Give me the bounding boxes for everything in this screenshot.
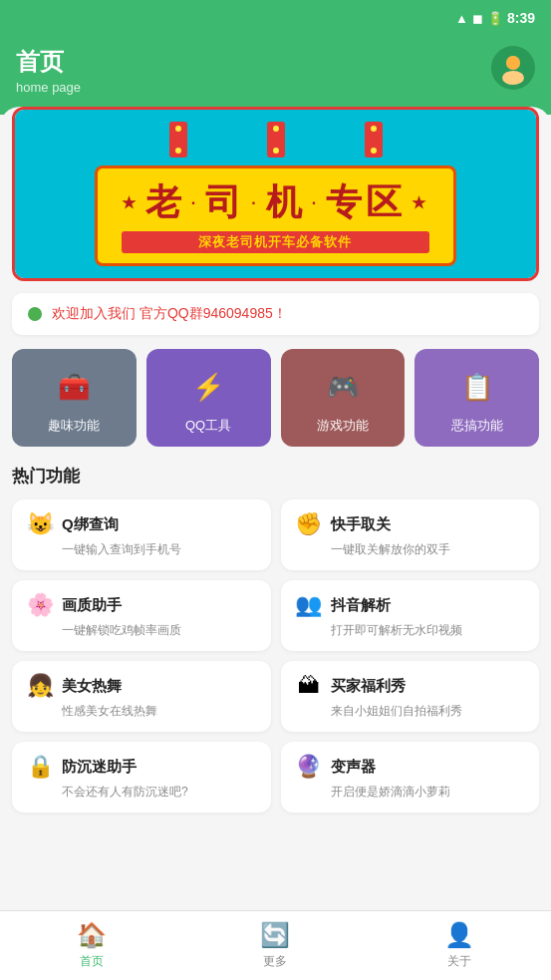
nav-icon-1: 🔄 xyxy=(260,921,290,949)
hot-card-icon-1: ✊ xyxy=(295,511,323,537)
hot-card-header-0: 😺 Q绑查询 xyxy=(26,511,257,537)
banner-light-3 xyxy=(365,122,383,158)
hot-card-desc-6: 不会还有人有防沉迷吧? xyxy=(62,784,257,801)
avatar[interactable] xyxy=(491,46,535,90)
hot-card-header-4: 👧 美女热舞 xyxy=(26,673,257,699)
hot-card-title-0: Q绑查询 xyxy=(62,515,119,534)
nav-icon-0: 🏠 xyxy=(77,921,107,949)
hot-card-1[interactable]: ✊ 快手取关 一键取关解放你的双手 xyxy=(281,499,540,570)
wifi-icon: ▲ xyxy=(455,11,468,26)
star-deco-3: · xyxy=(251,194,259,212)
page-title: 首页 xyxy=(16,46,81,78)
func-card-label-3: 恶搞功能 xyxy=(451,417,503,435)
func-card-label-1: QQ工具 xyxy=(185,417,231,435)
hot-card-6[interactable]: 🔒 防沉迷助手 不会还有人有防沉迷吧? xyxy=(12,742,271,813)
status-icons: ▲ ◼ 🔋 8:39 xyxy=(455,10,535,26)
hot-card-header-7: 🔮 变声器 xyxy=(295,754,526,780)
status-bar: ▲ ◼ 🔋 8:39 xyxy=(0,0,551,36)
banner-sub-text: 深夜老司机开车必备软件 xyxy=(122,231,429,253)
notice-text: 欢迎加入我们 官方QQ群946094985！ xyxy=(52,305,287,323)
banner-text-ji: 机 xyxy=(266,178,306,227)
func-card-2[interactable]: 🎮 游戏功能 xyxy=(281,349,406,447)
banner-text-content: 老 xyxy=(145,178,185,227)
hot-card-5[interactable]: 🏔 买家福利秀 来自小姐姐们自拍福利秀 xyxy=(281,661,540,732)
hot-card-title-6: 防沉迷助手 xyxy=(62,758,137,777)
hot-card-desc-7: 开启便是娇滴滴小萝莉 xyxy=(331,784,526,801)
func-card-0[interactable]: 🧰 趣味功能 xyxy=(12,349,137,447)
hot-card-7[interactable]: 🔮 变声器 开启便是娇滴滴小萝莉 xyxy=(281,742,540,813)
hot-card-title-5: 买家福利秀 xyxy=(331,677,406,696)
hot-card-desc-1: 一键取关解放你的双手 xyxy=(331,541,526,558)
nav-label-2: 关于 xyxy=(447,953,471,970)
hot-card-icon-0: 😺 xyxy=(26,511,54,537)
hot-card-title-2: 画质助手 xyxy=(62,596,122,615)
nav-label-0: 首页 xyxy=(80,953,104,970)
func-card-label-0: 趣味功能 xyxy=(48,417,100,435)
hot-card-header-2: 🌸 画质助手 xyxy=(26,592,257,618)
hot-card-title-3: 抖音解析 xyxy=(331,596,391,615)
nav-item-0[interactable]: 🏠 首页 xyxy=(0,911,183,980)
hot-card-desc-0: 一键输入查询到手机号 xyxy=(62,541,257,558)
hot-card-header-6: 🔒 防沉迷助手 xyxy=(26,754,257,780)
banner-sign: ★ 老 · 司 · 机 · 专区 ★ 深夜老司机开车必备软件 xyxy=(95,165,456,266)
bottom-nav: 🏠 首页 🔄 更多 👤 关于 xyxy=(0,910,551,980)
page-subtitle: home page xyxy=(16,80,81,95)
nav-label-1: 更多 xyxy=(263,953,287,970)
hot-card-4[interactable]: 👧 美女热舞 性感美女在线热舞 xyxy=(12,661,271,732)
hot-card-icon-6: 🔒 xyxy=(26,754,54,780)
star-deco-4: · xyxy=(312,194,320,212)
content-area: ★ 老 · 司 · 机 · 专区 ★ 深夜老司机开车必备软件 欢迎加入我们 xyxy=(12,107,539,906)
func-card-icon-2: 🎮 xyxy=(321,365,365,409)
main-content: ★ 老 · 司 · 机 · 专区 ★ 深夜老司机开车必备软件 欢迎加入我们 xyxy=(0,107,551,906)
banner-light-2 xyxy=(267,122,285,158)
hot-card-2[interactable]: 🌸 画质助手 一键解锁吃鸡帧率画质 xyxy=(12,580,271,651)
banner-text-si: 司 xyxy=(205,178,245,227)
nav-icon-2: 👤 xyxy=(444,921,474,949)
banner: ★ 老 · 司 · 机 · 专区 ★ 深夜老司机开车必备软件 xyxy=(15,110,536,278)
hot-card-title-4: 美女热舞 xyxy=(62,677,122,696)
nav-item-2[interactable]: 👤 关于 xyxy=(368,911,551,980)
func-card-1[interactable]: ⚡ QQ工具 xyxy=(146,349,271,447)
banner-text-zone: 专区 xyxy=(326,178,406,227)
banner-lights xyxy=(169,122,383,158)
hot-section-title: 热门功能 xyxy=(12,465,539,488)
svg-point-2 xyxy=(506,56,520,70)
hot-card-icon-4: 👧 xyxy=(26,673,54,699)
hot-card-desc-4: 性感美女在线热舞 xyxy=(62,703,257,720)
svg-point-1 xyxy=(502,71,524,85)
func-card-icon-3: 📋 xyxy=(455,365,499,409)
battery-icon: 🔋 xyxy=(487,11,503,26)
hot-card-3[interactable]: 👥 抖音解析 打开即可解析无水印视频 xyxy=(281,580,540,651)
hot-card-icon-2: 🌸 xyxy=(26,592,54,618)
func-card-3[interactable]: 📋 恶搞功能 xyxy=(414,349,539,447)
star-deco-5: ★ xyxy=(412,193,429,212)
hot-card-title-1: 快手取关 xyxy=(331,515,391,534)
nav-item-1[interactable]: 🔄 更多 xyxy=(183,911,367,980)
hot-card-desc-5: 来自小姐姐们自拍福利秀 xyxy=(331,703,526,720)
hot-card-desc-2: 一键解锁吃鸡帧率画质 xyxy=(62,622,257,639)
func-card-label-2: 游戏功能 xyxy=(317,417,369,435)
header-title-block: 首页 home page xyxy=(16,46,81,95)
star-deco-1: ★ xyxy=(122,193,139,212)
header: 首页 home page xyxy=(0,36,551,115)
hot-grid: 😺 Q绑查询 一键输入查询到手机号 ✊ 快手取关 一键取关解放你的双手 🌸 画质… xyxy=(12,499,539,813)
notice-dot xyxy=(28,307,42,321)
hot-card-title-7: 变声器 xyxy=(331,758,376,777)
func-card-icon-1: ⚡ xyxy=(186,365,230,409)
hot-card-icon-5: 🏔 xyxy=(295,673,323,699)
hot-card-desc-3: 打开即可解析无水印视频 xyxy=(331,622,526,639)
banner-container: ★ 老 · 司 · 机 · 专区 ★ 深夜老司机开车必备软件 xyxy=(12,107,539,281)
hot-card-header-3: 👥 抖音解析 xyxy=(295,592,526,618)
hot-card-0[interactable]: 😺 Q绑查询 一键输入查询到手机号 xyxy=(12,499,271,570)
hot-card-icon-7: 🔮 xyxy=(295,754,323,780)
banner-main-text: ★ 老 · 司 · 机 · 专区 ★ xyxy=(122,178,429,227)
hot-card-icon-3: 👥 xyxy=(295,592,323,618)
function-grid: 🧰 趣味功能 ⚡ QQ工具 🎮 游戏功能 📋 恶搞功能 xyxy=(12,349,539,447)
status-time: 8:39 xyxy=(507,10,535,26)
signal-icon: ◼ xyxy=(472,11,483,26)
star-deco-2: · xyxy=(191,194,199,212)
notice-bar: 欢迎加入我们 官方QQ群946094985！ xyxy=(12,293,539,335)
hot-card-header-5: 🏔 买家福利秀 xyxy=(295,673,526,699)
banner-light-1 xyxy=(169,122,187,158)
func-card-icon-0: 🧰 xyxy=(52,365,96,409)
